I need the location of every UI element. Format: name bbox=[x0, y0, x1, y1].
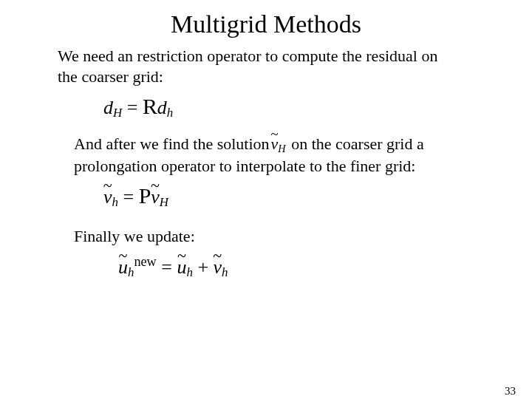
para2-inline-math: ~vH bbox=[270, 134, 287, 155]
para2-sub: H bbox=[278, 143, 285, 154]
equation-1: dH = Rdh bbox=[103, 94, 532, 120]
eq1-lhs-sub: H bbox=[113, 106, 122, 120]
eq1-operator: R bbox=[143, 94, 157, 118]
plus-sign: + bbox=[197, 256, 213, 278]
eq3-lhs-sup: new bbox=[134, 254, 156, 269]
eq1-rhs-sub: h bbox=[167, 106, 173, 120]
tilde-mark: ~ bbox=[270, 126, 278, 143]
eq3-t2-sub: h bbox=[222, 265, 228, 279]
tilde-mark: ~ bbox=[119, 247, 128, 266]
tilde-mark: ~ bbox=[177, 247, 186, 266]
equals-sign: = bbox=[127, 97, 143, 118]
paragraph-1: We need an restriction operator to compu… bbox=[58, 46, 451, 86]
eq3-t1-sub: h bbox=[186, 265, 192, 279]
slide: Multigrid Methods We need an restriction… bbox=[0, 10, 532, 399]
eq1-lhs-var: d bbox=[103, 97, 113, 118]
para2-pre: And after we find the solution bbox=[74, 134, 270, 153]
tilde-mark: ~ bbox=[213, 247, 222, 266]
equation-2: ~vh = P~vH bbox=[103, 183, 532, 210]
eq2-rhs-sub: H bbox=[160, 195, 168, 209]
equals-sign: = bbox=[123, 186, 139, 208]
eq2-lhs-sub: h bbox=[112, 195, 118, 209]
tilde-mark: ~ bbox=[151, 177, 160, 196]
equation-3: ~uhnew = ~uh + ~vh bbox=[118, 254, 532, 280]
tilde-mark: ~ bbox=[103, 177, 112, 196]
eq1-rhs-var: d bbox=[157, 97, 167, 118]
paragraph-2: And after we find the solution~vH on the… bbox=[74, 134, 451, 176]
paragraph-3: Finally we update: bbox=[74, 226, 451, 247]
page-number: 33 bbox=[505, 385, 516, 398]
page-title: Multigrid Methods bbox=[0, 10, 532, 38]
eq2-operator: P bbox=[139, 183, 151, 208]
equals-sign: = bbox=[161, 256, 177, 278]
